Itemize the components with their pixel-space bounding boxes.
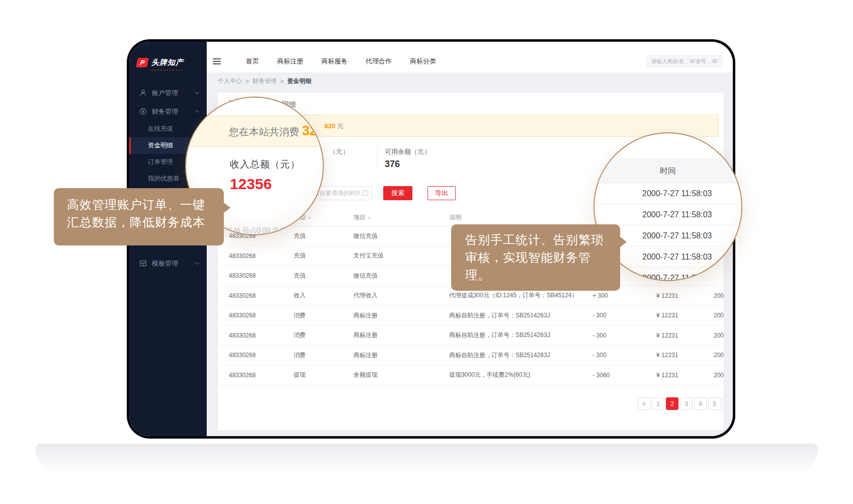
cell-type: 消费: [294, 311, 354, 320]
cell-project: 微信充值: [354, 272, 449, 280]
breadcrumb: 个人中心 > 财务管理 > 资金明细: [207, 73, 733, 90]
consumption-amount: 820: [324, 122, 335, 130]
pagination-page-4[interactable]: 4: [694, 397, 707, 410]
trademark-search-input[interactable]: [646, 55, 723, 67]
laptop-base: [35, 444, 818, 474]
template-icon: [139, 260, 147, 267]
stat-partial-label: （元）: [329, 147, 349, 156]
logo-subtitle: [151, 69, 183, 71]
pagination-page-1[interactable]: 1: [652, 397, 664, 410]
pagination: < 1 2 3 4 5 >: [638, 397, 724, 410]
cell-project: 商标注册: [354, 351, 449, 360]
cell-type: 充值: [294, 251, 354, 260]
cell-order: 48330268: [229, 292, 294, 299]
table-row: 48330268 消费 商标注册 商标自助注册，订单号：SB2514263J -…: [218, 306, 724, 326]
nav-item-trademark-service[interactable]: 商标服务: [318, 55, 351, 68]
magnified-time-cell: 2000-7-27 11:58:03: [594, 204, 741, 225]
cell-order: 48330268: [229, 332, 294, 339]
cell-desc: 提现3000元，手续费2%(60元): [449, 371, 592, 379]
cell-amount: - 3060: [592, 372, 656, 379]
cell-order: 48330268: [229, 352, 294, 359]
cell-project: 代理收入: [354, 291, 449, 300]
header-desc: 说明: [449, 213, 592, 222]
table-row: 48330268 消费 商标注册 商标自助注册，订单号：SB2514263J -…: [218, 346, 724, 366]
sidebar-item-label: 资金明细: [148, 141, 173, 150]
cell-desc: 代理提成300元（ID:1245，订单号：SB45124）: [449, 291, 592, 300]
cell-type: 收入: [294, 291, 354, 300]
sidebar-item-templates[interactable]: 模板管理: [129, 254, 207, 273]
finance-icon: [139, 108, 147, 115]
cell-amount: - 300: [592, 352, 656, 359]
sidebar-item-label: 模板管理: [152, 259, 196, 268]
cell-balance: ¥ 12231: [656, 372, 714, 379]
sidebar-item-label: 订单管理: [148, 158, 173, 166]
chevron-down-icon: [195, 261, 199, 265]
breadcrumb-item[interactable]: 个人中心: [218, 77, 242, 86]
cell-order: 48330268: [229, 253, 294, 260]
available-balance-value: 376: [385, 159, 400, 170]
cell-project: 支付宝充值: [354, 251, 449, 260]
cell-order: 48330268: [229, 312, 294, 319]
logo-text: 头牌知产: [151, 58, 184, 67]
hamburger-menu-icon[interactable]: [213, 58, 221, 64]
sidebar-item-account[interactable]: 账户管理: [129, 83, 207, 102]
callout-left: 高效管理账户订单、一键汇总数据，降低财务成本: [54, 188, 224, 245]
pagination-page-3[interactable]: 3: [680, 397, 693, 410]
magnified-time-header: 时间: [594, 158, 741, 183]
magnified-banner-text: 您在本站共消费 32124 元: [229, 123, 324, 139]
breadcrumb-current: 资金明细: [287, 77, 311, 86]
user-icon: [139, 89, 147, 97]
sort-caret-icon: [368, 215, 371, 219]
magnified-banner-prefix: 您在本站共消费: [229, 126, 302, 137]
stat-divider: [377, 147, 378, 169]
cell-project: 商标注册: [354, 331, 449, 340]
magnified-time-cell: 2000-7-27 11:58:03: [594, 183, 741, 204]
chevron-up-icon: [195, 110, 199, 114]
sidebar-item-label: 在线充值: [148, 125, 173, 133]
cell-order: 48330268: [229, 372, 294, 379]
cell-type: 充值: [294, 272, 354, 280]
nav-item-agency[interactable]: 代理合作: [363, 55, 395, 68]
sidebar-item-label: 我的优惠券: [148, 175, 180, 183]
breadcrumb-separator: >: [245, 78, 249, 85]
cell-balance: ¥ 12231: [656, 312, 714, 319]
cell-type: 提现: [294, 371, 354, 379]
nav-item-trademark-register[interactable]: 商标注册: [274, 55, 306, 68]
logo: P 头牌知产: [129, 42, 207, 71]
nav-item-trademark-category[interactable]: 商标分类: [407, 55, 439, 68]
cell-order: 48330268: [229, 272, 294, 279]
cell-project: 微信充值: [354, 232, 449, 240]
pagination-page-5[interactable]: 5: [708, 397, 721, 410]
cell-amount: + 300: [592, 292, 656, 299]
top-navbar: 首页 商标注册 商标服务 代理合作 商标分类: [207, 42, 733, 73]
pagination-next-button[interactable]: >: [722, 397, 724, 410]
cell-project: 余额提现: [354, 371, 449, 379]
search-button[interactable]: 搜索: [383, 186, 412, 200]
sidebar-item-finance[interactable]: 财务管理: [129, 102, 207, 121]
cell-amount: - 300: [592, 332, 656, 339]
breadcrumb-item[interactable]: 财务管理: [252, 77, 277, 86]
nav-item-home[interactable]: 首页: [243, 55, 262, 68]
table-row: 48330268 消费 商标注册 商标自助注册，订单号：SB2514263J -…: [218, 326, 724, 346]
cell-time: 2000-7-27 11:58:03: [714, 292, 724, 299]
export-button[interactable]: 导出: [428, 186, 456, 200]
cell-balance: ¥ 12231: [656, 352, 714, 359]
cell-type: 消费: [294, 331, 354, 340]
sidebar-item-label: 账户管理: [152, 89, 196, 98]
cell-balance: ¥ 12231: [656, 332, 714, 339]
sidebar-item-label: 财务管理: [152, 107, 196, 116]
calendar-icon[interactable]: [362, 190, 368, 196]
header-project[interactable]: 项目: [354, 213, 449, 222]
cell-amount: - 300: [592, 312, 656, 319]
pagination-page-2-active[interactable]: 2: [666, 397, 678, 410]
cell-balance: ¥ 12231: [656, 292, 714, 299]
callout-right: 告别手工统计、告别繁琐审核，实现智能财务管理。: [451, 224, 620, 291]
breadcrumb-separator: >: [280, 78, 284, 85]
cell-desc: 商标自助注册，订单号：SB2514263J: [449, 331, 592, 340]
sort-caret-icon: [308, 215, 311, 219]
magnified-income-value: 12356: [230, 176, 272, 193]
cell-desc: 商标自助注册，订单号：SB2514263J: [449, 311, 592, 320]
consumption-banner-text: 820 元: [324, 122, 344, 131]
cell-time: 2000-7-27 11:58:03: [714, 332, 724, 339]
pagination-prev-button[interactable]: <: [638, 397, 650, 410]
